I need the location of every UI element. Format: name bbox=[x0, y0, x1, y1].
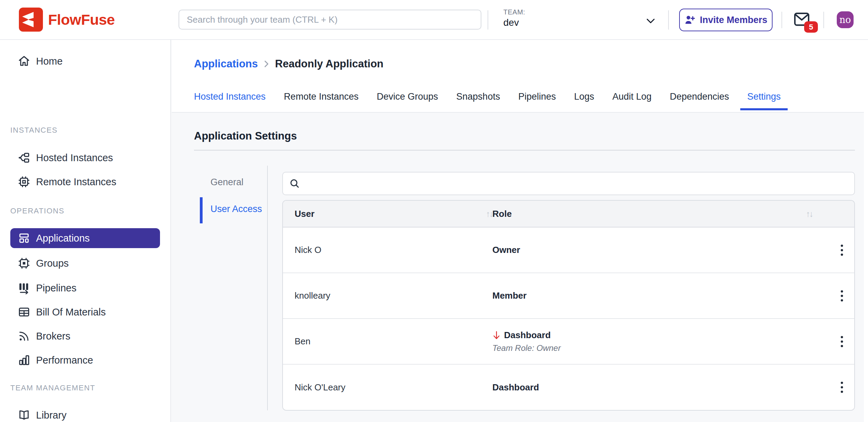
sidebar-item-label: Groups bbox=[36, 258, 69, 269]
breadcrumb-applications-link[interactable]: Applications bbox=[194, 58, 258, 70]
tab-device-groups[interactable]: Device Groups bbox=[377, 91, 438, 110]
team-role-note: Team Role: Owner bbox=[492, 343, 830, 353]
bar-chart-icon bbox=[18, 354, 30, 366]
row-menu-button[interactable] bbox=[830, 290, 854, 302]
user-name: knolleary bbox=[283, 290, 492, 301]
sidebar-item-pipelines[interactable]: Pipelines bbox=[10, 278, 160, 298]
sidebar-item-bill-of-materials[interactable]: Bill Of Materials bbox=[10, 302, 160, 322]
sidebar-nav: Home INSTANCES Hosted Instances Remote I… bbox=[0, 40, 171, 422]
rss-icon bbox=[18, 330, 30, 342]
subnav-divider bbox=[267, 166, 268, 410]
section-divider bbox=[194, 150, 855, 151]
search-icon bbox=[289, 178, 300, 189]
section-title: Application Settings bbox=[194, 130, 297, 142]
subnav-item-general[interactable]: General bbox=[210, 177, 243, 188]
user-plus-icon bbox=[684, 15, 695, 25]
user-role: Member bbox=[492, 290, 830, 301]
main-content: Applications Readonly Application Hosted… bbox=[172, 40, 868, 422]
sidebar-item-label: Performance bbox=[36, 355, 93, 366]
tab-hosted-instances[interactable]: Hosted Instances bbox=[194, 91, 266, 110]
sidebar-section-team-management: TEAM MANAGEMENT bbox=[10, 384, 95, 392]
row-menu-button[interactable] bbox=[830, 381, 854, 393]
sidebar-item-label: Library bbox=[36, 410, 67, 421]
tab-dependencies[interactable]: Dependencies bbox=[670, 91, 729, 110]
sidebar-item-label: Remote Instances bbox=[36, 176, 116, 188]
tab-remote-instances[interactable]: Remote Instances bbox=[284, 91, 359, 110]
notification-count-badge: 5 bbox=[804, 21, 818, 33]
sidebar-item-home[interactable]: Home bbox=[10, 51, 160, 71]
sidebar-item-label: Hosted Instances bbox=[36, 152, 113, 164]
nodes-icon bbox=[18, 152, 30, 164]
header-divider bbox=[781, 12, 782, 28]
breadcrumb-separator-icon bbox=[263, 59, 270, 69]
sidebar-item-brokers[interactable]: Brokers bbox=[10, 326, 160, 346]
tab-settings[interactable]: Settings bbox=[740, 91, 788, 110]
flowfuse-wordmark: FlowFuse bbox=[48, 11, 115, 28]
table-row: knolleary Member bbox=[283, 273, 854, 319]
subnav-active-indicator bbox=[200, 197, 203, 223]
scrollbar-track[interactable] bbox=[864, 40, 868, 422]
user-name: Ben bbox=[283, 336, 492, 347]
user-avatar[interactable]: no bbox=[837, 11, 854, 28]
sidebar-item-applications[interactable]: Applications bbox=[10, 228, 160, 248]
sidebar-section-operations: OPERATIONS bbox=[10, 207, 65, 215]
page-title: Readonly Application bbox=[275, 58, 384, 70]
tab-pipelines[interactable]: Pipelines bbox=[518, 91, 556, 110]
header-divider bbox=[488, 10, 488, 30]
pipelines-icon bbox=[18, 282, 30, 294]
user-role: Dashboard bbox=[492, 382, 830, 393]
user-search-box bbox=[282, 172, 855, 195]
row-menu-button[interactable] bbox=[830, 244, 854, 256]
book-icon bbox=[18, 409, 30, 421]
header-divider bbox=[823, 12, 824, 28]
user-role: Dashboard bbox=[504, 330, 551, 341]
chip-solid-icon bbox=[18, 257, 30, 269]
sidebar-item-label: Home bbox=[36, 56, 62, 67]
user-name: Nick O bbox=[283, 245, 492, 255]
table-row: Ben Dashboard Team Role: Owner bbox=[283, 319, 854, 365]
breadcrumb: Applications Readonly Application bbox=[194, 58, 384, 70]
team-name[interactable]: dev bbox=[503, 17, 519, 28]
kebab-menu-icon bbox=[840, 244, 844, 256]
invite-members-label: Invite Members bbox=[700, 15, 767, 25]
application-tabs: Hosted Instances Remote Instances Device… bbox=[194, 91, 781, 110]
sidebar-item-label: Pipelines bbox=[36, 282, 77, 294]
flowfuse-logo[interactable]: FlowFuse bbox=[19, 8, 115, 32]
sidebar-item-library[interactable]: Library bbox=[10, 405, 160, 422]
column-header-role[interactable]: Role bbox=[492, 209, 512, 219]
sidebar-item-groups[interactable]: Groups bbox=[10, 253, 160, 273]
sidebar-item-remote-instances[interactable]: Remote Instances bbox=[10, 172, 160, 192]
chevron-down-icon[interactable] bbox=[646, 17, 656, 26]
global-search-input[interactable] bbox=[179, 10, 481, 30]
sort-icon[interactable]: ↑↓ bbox=[806, 209, 812, 219]
layout-icon bbox=[18, 232, 30, 244]
sidebar-item-label: Applications bbox=[36, 233, 90, 244]
tab-snapshots[interactable]: Snapshots bbox=[456, 91, 500, 110]
kebab-menu-icon bbox=[840, 335, 844, 348]
tab-logs[interactable]: Logs bbox=[574, 91, 594, 110]
user-access-table: User ↑↓ Role ↑↓ Nick O Owner knolleary M… bbox=[282, 200, 855, 411]
team-label: TEAM: bbox=[503, 8, 525, 16]
home-icon bbox=[18, 55, 30, 67]
row-menu-button[interactable] bbox=[830, 335, 854, 348]
kebab-menu-icon bbox=[840, 381, 844, 393]
user-name: Nick O'Leary bbox=[283, 382, 492, 393]
notifications-button[interactable]: 5 bbox=[794, 12, 818, 34]
table-row: Nick O Owner bbox=[283, 227, 854, 273]
sort-icon[interactable]: ↑↓ bbox=[486, 209, 492, 219]
role-override-arrow-icon bbox=[492, 331, 501, 340]
sidebar-item-label: Brokers bbox=[36, 331, 70, 342]
column-header-user[interactable]: User bbox=[295, 209, 315, 219]
table-header-row: User ↑↓ Role ↑↓ bbox=[283, 201, 854, 227]
kebab-menu-icon bbox=[840, 290, 844, 302]
sidebar-item-performance[interactable]: Performance bbox=[10, 350, 160, 370]
invite-members-button[interactable]: Invite Members bbox=[679, 9, 773, 31]
table-row: Nick O'Leary Dashboard bbox=[283, 365, 854, 410]
user-role: Owner bbox=[492, 245, 830, 255]
user-search-input[interactable] bbox=[305, 173, 854, 195]
table-icon bbox=[18, 306, 30, 318]
sidebar-section-instances: INSTANCES bbox=[10, 126, 58, 135]
tab-audit-log[interactable]: Audit Log bbox=[613, 91, 652, 110]
subnav-item-user-access[interactable]: User Access bbox=[210, 204, 262, 214]
sidebar-item-hosted-instances[interactable]: Hosted Instances bbox=[10, 148, 160, 168]
